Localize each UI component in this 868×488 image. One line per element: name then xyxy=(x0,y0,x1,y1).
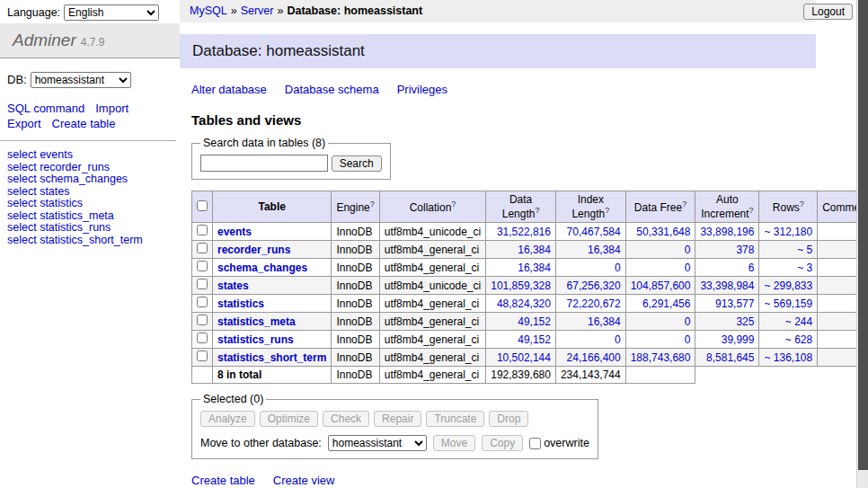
index-length-link-schema-changes[interactable]: 0 xyxy=(615,262,621,274)
sidebar-select-events[interactable]: select events xyxy=(7,149,173,162)
data-free-link-schema-changes[interactable]: 0 xyxy=(685,262,691,274)
auto-increment-link-statistics-runs[interactable]: 39,999 xyxy=(722,333,755,346)
data-free-link-statistics-runs[interactable]: 0 xyxy=(685,333,691,346)
db-select[interactable]: homeassistant xyxy=(31,72,131,88)
table-link-recorder-runs[interactable]: recorder_runs xyxy=(217,244,290,256)
move-button[interactable]: Move xyxy=(433,435,475,451)
data-free-link-statistics[interactable]: 6,291,456 xyxy=(642,297,690,310)
copy-button[interactable]: Copy xyxy=(482,435,523,451)
rows-link-recorder-runs[interactable]: ~ 5 xyxy=(797,244,812,256)
create-table-link[interactable]: Create table xyxy=(191,474,255,487)
row-checkbox-statistics[interactable] xyxy=(197,297,208,307)
index-length-link-statistics-meta[interactable]: 16,384 xyxy=(588,315,621,328)
drop-button[interactable]: Drop xyxy=(489,411,528,427)
table-link-events[interactable]: events xyxy=(217,226,252,238)
data-free-link-statistics-meta[interactable]: 0 xyxy=(685,315,691,328)
sidebar-select-states[interactable]: select states xyxy=(7,186,173,199)
search-input[interactable] xyxy=(200,155,328,172)
data-free-link-states[interactable]: 104,857,600 xyxy=(631,279,691,292)
logout-button[interactable]: Logout xyxy=(803,4,853,20)
row-checkbox-statistics-meta[interactable] xyxy=(197,315,208,325)
index-length-link-statistics-runs[interactable]: 0 xyxy=(615,333,621,346)
help-icon[interactable]: ? xyxy=(605,206,609,215)
auto-increment-link-statistics[interactable]: 913,577 xyxy=(715,297,754,310)
sidebar-select-statistics-meta[interactable]: select statistics_meta xyxy=(7,210,173,223)
sidebar-select-statistics[interactable]: select statistics xyxy=(7,198,173,210)
auto-increment-link-statistics-short-term[interactable]: 8,581,645 xyxy=(706,351,754,364)
table-link-statistics-meta[interactable]: statistics_meta xyxy=(217,315,296,328)
scrollbar[interactable] xyxy=(856,0,868,488)
database-schema-link[interactable]: Database schema xyxy=(285,83,379,96)
data-length-link-events[interactable]: 31,522,816 xyxy=(497,226,551,238)
create-view-link[interactable]: Create view xyxy=(273,474,335,487)
sidebar-select-recorder-runs[interactable]: select recorder_runs xyxy=(7,162,173,174)
help-icon[interactable]: ? xyxy=(451,200,456,209)
auto-increment-link-statistics-meta[interactable]: 325 xyxy=(736,315,754,328)
help-icon[interactable]: ? xyxy=(535,206,539,215)
breadcrumb-link-server[interactable]: Server xyxy=(241,4,274,17)
auto-increment-link-events[interactable]: 33,898,196 xyxy=(700,226,754,238)
language-select[interactable]: English xyxy=(64,4,159,21)
row-checkbox-states[interactable] xyxy=(197,279,208,289)
index-length-link-statistics[interactable]: 72,220,672 xyxy=(567,297,621,310)
auto-increment-link-recorder-runs[interactable]: 378 xyxy=(736,244,754,256)
rows-link-schema-changes[interactable]: ~ 3 xyxy=(797,262,812,274)
repair-button[interactable]: Repair xyxy=(374,411,421,427)
optimize-button[interactable]: Optimize xyxy=(260,411,318,427)
rows-link-statistics[interactable]: ~ 569,159 xyxy=(764,297,812,310)
analyze-button[interactable]: Analyze xyxy=(200,411,255,427)
table-link-schema-changes[interactable]: schema_changes xyxy=(217,262,307,274)
data-free-link-recorder-runs[interactable]: 0 xyxy=(685,244,691,256)
index-length-link-statistics-short-term[interactable]: 24,166,400 xyxy=(567,351,621,364)
alter-database-link[interactable]: Alter database xyxy=(191,83,267,96)
table-link-statistics-short-term[interactable]: statistics_short_term xyxy=(217,351,326,364)
data-length-link-states[interactable]: 101,859,328 xyxy=(491,279,551,292)
row-checkbox-statistics-short-term[interactable] xyxy=(197,350,208,361)
sidebar-select-schema-changes[interactable]: select schema_changes xyxy=(7,173,173,186)
index-length-link-events[interactable]: 70,467,584 xyxy=(567,226,621,238)
row-checkbox-events[interactable] xyxy=(197,225,208,235)
auto-increment-link-schema-changes[interactable]: 6 xyxy=(748,262,755,274)
auto-increment-link-states[interactable]: 33,398,984 xyxy=(700,279,754,292)
index-length-link-recorder-runs[interactable]: 16,384 xyxy=(588,244,621,256)
select-all-checkbox[interactable] xyxy=(197,200,208,211)
help-icon[interactable]: ? xyxy=(370,200,375,209)
data-free-link-events[interactable]: 50,331,648 xyxy=(636,226,690,238)
scrollbar-thumb[interactable] xyxy=(858,0,868,470)
data-length-link-statistics-runs[interactable]: 49,152 xyxy=(518,333,551,346)
rows-link-statistics-runs[interactable]: ~ 628 xyxy=(785,333,812,346)
table-link-states[interactable]: states xyxy=(217,279,249,292)
adminer-brand-link[interactable]: Adminer xyxy=(13,31,76,49)
data-length-link-recorder-runs[interactable]: 16,384 xyxy=(518,244,551,256)
rows-link-statistics-short-term[interactable]: ~ 136,108 xyxy=(764,351,812,364)
data-length-link-statistics-meta[interactable]: 49,152 xyxy=(518,315,551,328)
sidebar-action-import[interactable]: Import xyxy=(95,102,128,115)
help-icon[interactable]: ? xyxy=(800,200,804,209)
row-checkbox-statistics-runs[interactable] xyxy=(197,333,208,343)
table-link-statistics-runs[interactable]: statistics_runs xyxy=(217,333,294,346)
index-length-link-states[interactable]: 67,256,320 xyxy=(567,279,621,292)
row-checkbox-schema-changes[interactable] xyxy=(197,261,208,271)
sidebar-action-sql-command[interactable]: SQL command xyxy=(7,102,84,115)
check-button[interactable]: Check xyxy=(323,411,369,427)
truncate-button[interactable]: Truncate xyxy=(426,411,484,427)
help-icon[interactable]: ? xyxy=(749,206,754,215)
sidebar-select-statistics-short-term[interactable]: select statistics_short_term xyxy=(7,235,173,247)
rows-link-statistics-meta[interactable]: ~ 244 xyxy=(785,315,812,328)
data-free-link-statistics-short-term[interactable]: 188,743,680 xyxy=(631,351,691,364)
sidebar-action-create-table[interactable]: Create table xyxy=(52,117,116,130)
privileges-link[interactable]: Privileges xyxy=(397,83,447,96)
move-db-select[interactable]: homeassistant xyxy=(328,435,427,451)
data-length-link-statistics-short-term[interactable]: 10,502,144 xyxy=(497,351,551,364)
data-length-link-statistics[interactable]: 48,824,320 xyxy=(497,297,551,310)
help-icon[interactable]: ? xyxy=(682,200,686,209)
rows-link-states[interactable]: ~ 299,833 xyxy=(764,279,812,292)
data-length-link-schema-changes[interactable]: 16,384 xyxy=(518,262,551,274)
breadcrumb-link-mysql[interactable]: MySQL xyxy=(190,4,227,17)
search-button[interactable]: Search xyxy=(332,155,382,172)
overwrite-checkbox[interactable] xyxy=(529,438,541,449)
sidebar-select-statistics-runs[interactable]: select statistics_runs xyxy=(7,222,173,235)
sidebar-action-export[interactable]: Export xyxy=(7,117,41,130)
row-checkbox-recorder-runs[interactable] xyxy=(197,243,208,253)
rows-link-events[interactable]: ~ 312,180 xyxy=(764,226,812,238)
